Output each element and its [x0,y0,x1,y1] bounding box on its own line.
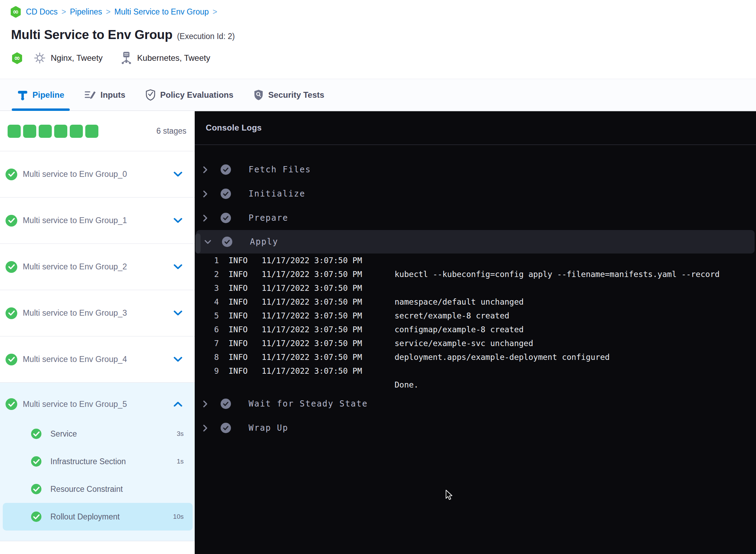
log-level: INFO [229,325,249,334]
policy-icon [145,89,156,101]
execution-content: 6 stages Multi service to Env Group_0Mul… [0,111,756,554]
page-title-row: Multi Service to Env Group (Execution Id… [11,28,756,42]
log-message: secret/example-8 created [395,311,509,320]
breadcrumb-separator: > [61,7,66,17]
stage-row[interactable]: Multi service to Env Group_1 [0,198,195,244]
harness-cd-badge-icon: ∞ [12,52,22,64]
success-check-icon [6,261,17,273]
log-level: INFO [229,353,249,362]
tab-pipeline[interactable]: Pipeline [12,79,70,111]
console-title: Console Logs [206,123,262,133]
chevron-down-icon[interactable] [174,357,182,362]
stage-step-duration: 3s [177,430,184,438]
console-step-label: Prepare [249,213,288,223]
stage-status-square [39,125,52,138]
stage-step-row[interactable]: Service3s [3,420,193,448]
stage-row[interactable]: Multi service to Env Group_2 [0,244,195,290]
inputs-icon [84,90,96,100]
tab-security-tests[interactable]: Security Tests [248,79,330,111]
success-check-icon [31,456,41,467]
stage-label: Multi service to Env Group_1 [23,216,127,225]
execution-id: (Execution Id: 2) [177,32,235,41]
svg-text:∞: ∞ [13,8,19,16]
log-line-number: 6 [195,325,219,334]
console-step-label: Fetch Files [249,165,311,174]
console-scrollbar-thumb[interactable] [195,233,201,254]
chevron-down-icon[interactable] [174,172,182,177]
stage-row[interactable]: Multi service to Env Group_4 [0,336,195,383]
console-step-row[interactable]: Fetch Files [195,157,756,182]
console-step-label: Wrap Up [249,423,288,433]
stage-step-duration: 1s [177,458,184,465]
tab-inputs[interactable]: Inputs [79,79,131,111]
stages-summary: 6 stages [0,111,195,151]
chevron-down-icon[interactable] [174,311,182,316]
chevron-down-icon[interactable] [174,264,182,269]
active-tab-underline [12,108,70,111]
services-label: Nginx, Tweety [51,53,103,63]
stage-status-square [23,125,36,138]
stage-step-row[interactable]: Rollout Deployment10s [3,503,193,531]
chevron-right-icon[interactable] [203,166,210,173]
stage-label: Multi service to Env Group_4 [23,355,127,364]
console-log-block: 1INFO11/17/2022 3:07:50 PM2INFO11/17/202… [195,254,756,392]
step-success-icon [221,164,231,175]
stage-status-square [70,125,83,138]
stage-row[interactable]: Multi service to Env Group_3 [0,290,195,336]
breadcrumb-link[interactable]: Multi Service to Env Group [114,7,209,17]
chevron-right-icon[interactable] [203,400,210,408]
log-line-number: 2 [195,270,219,279]
console-step-row[interactable]: Apply [196,230,755,254]
stage-row[interactable]: Multi service to Env Group_5 [0,388,195,420]
log-line-number: 5 [195,311,219,320]
log-line: 5INFO11/17/2022 3:07:50 PMsecret/example… [195,309,756,323]
console-step-row[interactable]: Wait for Steady State [195,392,756,416]
log-line-number: 9 [195,366,219,375]
log-line: 7INFO11/17/2022 3:07:50 PMservice/exampl… [195,336,756,350]
stage-row[interactable]: Multi service to Env Group_0 [0,151,195,198]
log-timestamp: 11/17/2022 3:07:50 PM [262,256,376,265]
environments-label: Kubernetes, Tweety [137,53,210,63]
chevron-right-icon[interactable] [203,424,210,432]
log-line-number: 3 [195,284,219,293]
breadcrumb-separator: > [213,7,217,17]
stage-label: Multi service to Env Group_3 [23,308,127,318]
stage-count-label: 6 stages [156,126,186,136]
breadcrumb-link[interactable]: Pipelines [70,7,102,17]
expanded-stage-group: Multi service to Env Group_5Service3sInf… [0,383,195,541]
log-line-number: 8 [195,353,219,362]
chevron-down-icon[interactable] [174,218,182,223]
log-timestamp: 11/17/2022 3:07:50 PM [262,339,376,348]
log-level: INFO [229,270,249,279]
stage-step-row[interactable]: Resource Constraint [3,475,193,503]
chevron-right-icon[interactable] [203,190,210,198]
console-step-row[interactable]: Prepare [195,206,756,230]
log-level: INFO [229,284,249,293]
console-step-row[interactable]: Wrap Up [195,416,756,440]
breadcrumb-separator: > [106,7,110,17]
chevron-down-icon[interactable] [204,240,211,244]
console-step-label: Initialize [249,189,306,199]
stage-label: Multi service to Env Group_0 [23,170,127,179]
log-message: kubectl --kubeconfig=config apply --file… [395,270,720,279]
stage-status-square [8,125,21,138]
breadcrumb-link[interactable]: CD Docs [26,7,58,17]
chevron-right-icon[interactable] [203,214,210,222]
log-level: INFO [229,366,249,375]
execution-tabbar: PipelineInputsPolicy EvaluationsSecurity… [0,79,756,111]
services-gear-icon [33,52,46,64]
stage-status-square [85,125,98,138]
log-line-number: 4 [195,297,219,306]
tab-label: Inputs [100,90,125,100]
log-line-number: 1 [195,256,219,265]
stage-step-row[interactable]: Infrastructure Section1s [3,448,193,475]
log-message: Done. [395,380,418,389]
log-timestamp: 11/17/2022 3:07:50 PM [262,270,376,279]
step-success-icon [221,423,231,433]
step-success-icon [221,213,231,223]
console-step-row[interactable]: Initialize [195,182,756,206]
log-line: 9INFO11/17/2022 3:07:50 PM [195,364,756,378]
tab-policy-evaluations[interactable]: Policy Evaluations [140,79,239,111]
breadcrumb: ∞ CD Docs>Pipelines>Multi Service to Env… [0,0,756,17]
chevron-up-icon[interactable] [174,402,182,407]
